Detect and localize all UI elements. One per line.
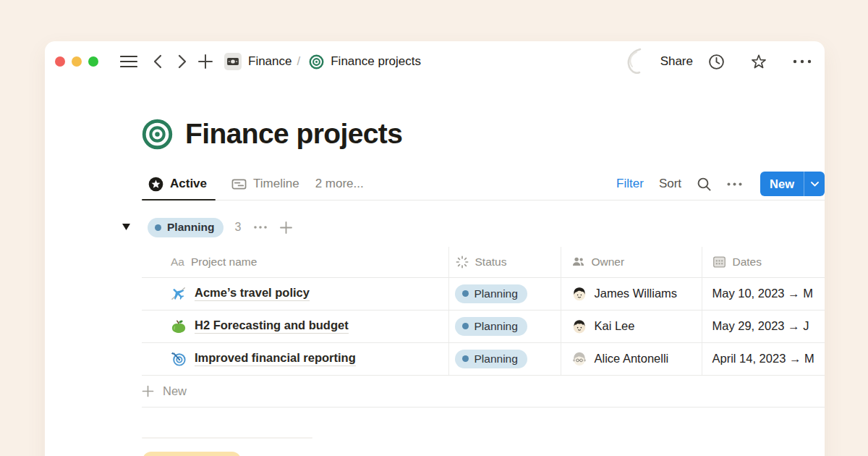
breadcrumb-current[interactable]: Finance projects xyxy=(331,54,421,69)
owner-cell[interactable]: James Williams xyxy=(561,286,702,302)
search-icon[interactable] xyxy=(697,177,712,192)
tab-more[interactable]: 2 more... xyxy=(315,177,364,191)
project-name-link[interactable]: Acme’s travel policy xyxy=(195,286,310,301)
owner-cell[interactable]: Kai Lee xyxy=(561,318,702,334)
traffic-lights xyxy=(55,56,98,67)
avatar xyxy=(571,318,587,334)
calendar-icon xyxy=(712,255,726,269)
target-icon[interactable] xyxy=(142,119,173,150)
owner-cell[interactable]: Alice Antonelli xyxy=(561,351,702,367)
app-window: Finance / Finance projects Share xyxy=(45,41,825,456)
new-button[interactable]: New xyxy=(760,172,825,196)
status-dot xyxy=(462,290,469,297)
plus-icon xyxy=(142,385,154,397)
tab-active[interactable]: Active xyxy=(142,168,216,200)
column-header-status[interactable]: Status xyxy=(449,256,561,269)
yellow-callout-partial xyxy=(142,452,241,456)
hamburger-icon[interactable] xyxy=(120,51,137,72)
table-row[interactable]: H2 Forecasting and budget Planning Kai L… xyxy=(142,310,825,342)
share-button[interactable]: Share xyxy=(660,54,693,69)
view-tab-bar: Active Timeline 2 more... Filter Sort xyxy=(142,168,825,200)
more-icon[interactable] xyxy=(793,51,812,72)
text-type-icon: Aa xyxy=(171,256,184,269)
chevron-right-icon[interactable] xyxy=(178,51,187,72)
page-title: Finance projects xyxy=(185,118,402,150)
tab-active-label: Active xyxy=(170,177,207,191)
plus-icon[interactable] xyxy=(198,51,213,72)
people-icon xyxy=(571,255,585,269)
group-header: Planning 3 xyxy=(142,216,825,238)
close-window-button[interactable] xyxy=(55,56,65,67)
table-header-row: Aa Project name Status Owner xyxy=(142,247,825,277)
dates-cell[interactable]: April 14, 2023 → M xyxy=(702,342,825,375)
group-label: Planning xyxy=(167,221,214,234)
tab-timeline[interactable]: Timeline xyxy=(226,168,305,200)
dart-icon xyxy=(171,351,187,367)
filter-button[interactable]: Filter xyxy=(616,177,644,191)
zoom-window-button[interactable] xyxy=(88,56,98,67)
star-icon[interactable] xyxy=(750,51,767,72)
status-dot xyxy=(462,355,469,362)
green-apple-icon xyxy=(171,318,187,334)
status-badge[interactable]: Planning xyxy=(455,284,527,303)
avatar xyxy=(571,351,587,367)
group-add-icon[interactable] xyxy=(280,221,292,234)
status-badge[interactable]: Planning xyxy=(455,350,527,368)
group-more-icon[interactable] xyxy=(254,226,267,229)
tab-timeline-label: Timeline xyxy=(253,177,299,191)
desktop-background: Finance / Finance projects Share xyxy=(0,0,868,456)
chevron-left-icon[interactable] xyxy=(153,51,162,72)
view-options-icon[interactable] xyxy=(727,182,742,186)
projects-table: Aa Project name Status Owner xyxy=(142,247,825,376)
sort-button[interactable]: Sort xyxy=(659,177,681,191)
clock-icon[interactable] xyxy=(708,51,725,72)
chevron-down-icon[interactable] xyxy=(804,172,825,196)
table-row[interactable]: Improved financial reporting Planning Al… xyxy=(142,342,825,375)
page-header: Finance projects xyxy=(142,115,825,153)
status-badge[interactable]: Planning xyxy=(455,317,527,336)
group-status-pill[interactable]: Planning xyxy=(148,218,224,237)
timeline-icon xyxy=(231,177,247,192)
new-row-button[interactable]: New xyxy=(142,376,825,408)
dates-cell[interactable]: May 10, 2023 → M xyxy=(702,277,825,310)
group-count: 3 xyxy=(234,221,241,234)
collapse-triangle-icon[interactable] xyxy=(122,223,131,231)
breadcrumb-parent[interactable]: Finance xyxy=(248,54,292,69)
section-divider xyxy=(142,437,312,439)
new-row-label: New xyxy=(163,384,187,398)
status-dot xyxy=(462,323,469,329)
scribble-doodle xyxy=(621,46,645,77)
project-name-link[interactable]: Improved financial reporting xyxy=(195,351,356,366)
project-name-link[interactable]: H2 Forecasting and budget xyxy=(195,318,349,334)
table-row[interactable]: Acme’s travel policy Planning James Will… xyxy=(142,277,825,310)
target-icon xyxy=(309,54,324,69)
banknote-page-icon[interactable] xyxy=(224,53,242,70)
airplane-icon xyxy=(171,286,187,302)
minimize-window-button[interactable] xyxy=(72,56,82,67)
window-toolbar: Finance / Finance projects Share xyxy=(45,41,825,82)
breadcrumb-separator: / xyxy=(297,54,300,69)
column-header-name[interactable]: Aa Project name xyxy=(142,256,448,269)
column-header-owner[interactable]: Owner xyxy=(561,255,702,269)
status-burst-icon xyxy=(456,256,469,269)
dates-cell[interactable]: May 29, 2023 → J xyxy=(702,310,825,342)
active-star-icon xyxy=(148,177,163,192)
calendar-header[interactable]: Dates xyxy=(702,255,825,269)
new-button-label[interactable]: New xyxy=(760,172,804,196)
status-dot xyxy=(155,224,161,231)
avatar xyxy=(571,286,587,302)
